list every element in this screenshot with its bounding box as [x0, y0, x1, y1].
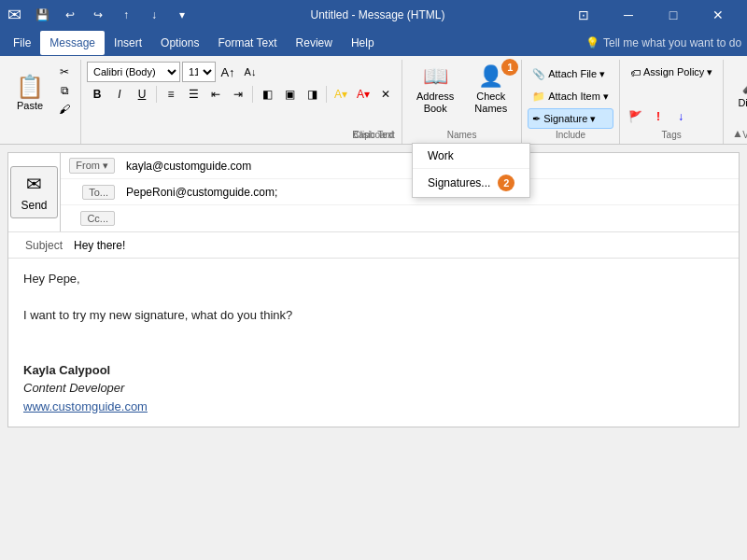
low-importance-btn[interactable]: ↓ [670, 106, 691, 127]
copy-button[interactable]: ⧉ [54, 82, 75, 99]
email-compose-window: ✉ Send From ▾ [7, 152, 740, 427]
check-names-button[interactable]: 👤 CheckNames 1 [466, 62, 515, 118]
check-names-label: CheckNames [474, 91, 507, 115]
format-painter-button[interactable]: 🖌 [54, 101, 75, 118]
align-left-btn[interactable]: ◧ [257, 84, 277, 105]
bold-button[interactable]: B [87, 84, 107, 105]
paste-label: Paste [17, 100, 43, 111]
email-body[interactable]: Hey Pepe, I want to try my new signature… [8, 259, 739, 427]
clear-formatting-btn[interactable]: ✕ [375, 84, 396, 105]
close-btn[interactable]: ✕ [697, 0, 740, 30]
step1-badge: 1 [501, 59, 518, 76]
main-content: ✉ Send From ▾ [0, 145, 747, 435]
menu-file[interactable]: File [4, 31, 40, 55]
window-title: Untitled - Message (HTML) [193, 8, 562, 21]
subject-field[interactable] [70, 233, 733, 258]
send-button[interactable]: ✉ Send [10, 166, 57, 218]
include-label: Include [522, 130, 619, 140]
attach-file-label: Attach File ▾ [548, 68, 605, 80]
qat-down[interactable]: ↓ [143, 4, 165, 26]
dictate-button[interactable]: 🎤 Dictate [729, 62, 747, 118]
decrease-indent-btn[interactable]: ⇤ [205, 84, 226, 105]
collapse-ribbon-btn[interactable]: ▲ [732, 127, 743, 140]
cc-label-area: Cc... [66, 211, 122, 226]
qat-up[interactable]: ↑ [115, 4, 137, 26]
qat-redo[interactable]: ↪ [87, 4, 109, 26]
signature-button[interactable]: ✒ Signature ▾ [528, 108, 613, 129]
grow-font-btn[interactable]: A↑ [218, 62, 238, 82]
signature-link[interactable]: www.customguide.com [23, 399, 148, 413]
cc-field[interactable] [122, 206, 733, 231]
subject-label: Subject [14, 239, 70, 252]
window-controls: ⊡ ─ □ ✕ [562, 0, 740, 30]
assign-policy-label: Assign Policy ▾ [643, 66, 712, 78]
search-bar: 💡 [585, 36, 743, 49]
lightbulb-icon: 💡 [585, 36, 599, 49]
cc-button[interactable]: Cc... [80, 211, 115, 226]
font-color-btn[interactable]: A▾ [353, 84, 374, 105]
font-size-select[interactable]: 11 [182, 62, 216, 82]
from-label-area: From ▾ [66, 158, 122, 174]
title-bar: ✉ 💾 ↩ ↪ ↑ ↓ ▾ Untitled - Message (HTML) … [0, 0, 747, 30]
high-importance-btn[interactable]: ! [648, 106, 669, 127]
attach-item-icon: 📁 [532, 91, 545, 103]
address-book-button[interactable]: 📖 AddressBook [408, 62, 462, 118]
cut-button[interactable]: ✂ [54, 63, 75, 80]
restore-btn[interactable]: ⊡ [562, 0, 605, 30]
qat-more[interactable]: ▾ [171, 4, 193, 26]
numbering-button[interactable]: ☰ [183, 84, 204, 105]
send-label: Send [21, 199, 47, 212]
signatures-manage-item[interactable]: Signatures... 2 [413, 169, 529, 197]
include-group: 📎 Attach File ▾ 📁 Attach Item ▾ ✒ Signat… [522, 60, 620, 144]
attach-file-button[interactable]: 📎 Attach File ▾ [528, 63, 613, 84]
maximize-btn[interactable]: □ [652, 0, 695, 30]
highlight-btn[interactable]: A▾ [331, 84, 351, 105]
italic-button[interactable]: I [109, 84, 130, 105]
search-input[interactable] [603, 36, 743, 49]
address-book-label: AddressBook [416, 91, 454, 115]
body-greeting: Hey Pepe, [23, 270, 724, 288]
menu-review[interactable]: Review [287, 31, 342, 55]
bullets-button[interactable]: ≡ [161, 84, 181, 105]
align-right-btn[interactable]: ◨ [302, 84, 322, 105]
body-area: ✉ Send From ▾ [0, 145, 747, 435]
menu-format-text[interactable]: Format Text [208, 31, 286, 55]
cc-row: Cc... [61, 205, 739, 231]
font-select[interactable]: Calibri (Body) [87, 62, 180, 82]
align-center-btn[interactable]: ▣ [279, 84, 300, 105]
follow-up-btn[interactable]: 🚩 [626, 106, 646, 127]
attach-item-label: Attach Item ▾ [548, 91, 609, 103]
attach-item-button[interactable]: 📁 Attach Item ▾ [528, 86, 613, 106]
format-row: B I U ≡ ☰ ⇤ ⇥ ◧ ▣ ◨ A▾ A▾ ✕ [87, 84, 396, 105]
outlook-icon: ✉ [7, 5, 21, 25]
basic-text-group: Calibri (Body) 11 A↑ A↓ B I U ≡ ☰ ⇤ ⇥ ◧ … [81, 60, 402, 144]
signature-work-item[interactable]: Work [413, 144, 529, 169]
menu-insert[interactable]: Insert [105, 31, 151, 55]
font-row: Calibri (Body) 11 A↑ A↓ [87, 62, 396, 82]
to-row: To... [61, 179, 739, 205]
assign-policy-button[interactable]: 🏷 Assign Policy ▾ [626, 63, 717, 105]
from-dropdown-button[interactable]: From ▾ [69, 158, 115, 174]
signature-icon: ✒ [532, 113, 541, 125]
minimize-btn[interactable]: ─ [607, 0, 650, 30]
underline-button[interactable]: U [132, 84, 152, 105]
from-row: From ▾ [61, 153, 739, 179]
step2-badge: 2 [498, 175, 514, 191]
signature-label: Signature ▾ [543, 113, 596, 125]
names-group: 📖 AddressBook 👤 CheckNames 1 Names [402, 60, 522, 144]
to-button[interactable]: To... [82, 185, 115, 200]
qat-undo[interactable]: ↩ [59, 4, 81, 26]
signature-title: Content Developer [23, 379, 724, 398]
address-book-icon: 📖 [423, 64, 448, 89]
increase-indent-btn[interactable]: ⇥ [228, 84, 248, 105]
check-names-icon: 👤 [478, 64, 503, 89]
paste-button[interactable]: 📋 Paste [9, 62, 50, 125]
menu-options[interactable]: Options [151, 31, 208, 55]
dictate-label: Dictate [738, 97, 747, 108]
qat-save[interactable]: 💾 [31, 4, 53, 26]
menu-message[interactable]: Message [40, 31, 105, 55]
tags-label: Tags [620, 130, 723, 140]
shrink-font-btn[interactable]: A↓ [240, 62, 261, 82]
menu-help[interactable]: Help [342, 31, 384, 55]
tags-group: 🏷 Assign Policy ▾ 🚩 ! ↓ Tags [620, 60, 724, 144]
